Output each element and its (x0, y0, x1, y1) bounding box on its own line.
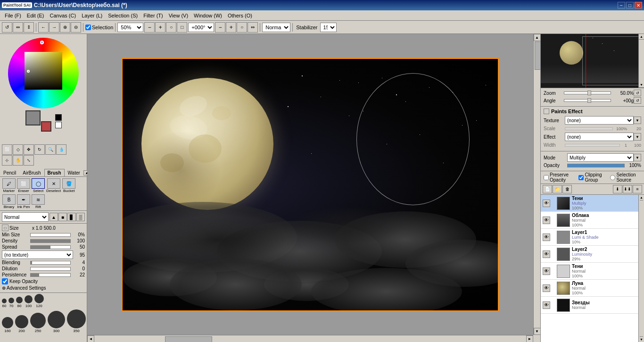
persistence-bar[interactable] (30, 273, 71, 277)
layer-item-teni-active[interactable]: 👁 Тени Multiply 100% (541, 195, 638, 212)
spread-bar[interactable] (30, 245, 71, 249)
painting-canvas[interactable] (122, 58, 499, 311)
min-size-bar[interactable] (30, 233, 71, 237)
preset-100[interactable]: 100 (25, 295, 33, 308)
maximize-button[interactable]: □ (626, 2, 634, 8)
blend-btn-3[interactable]: ▊ (67, 213, 76, 221)
menu-selection[interactable]: Selection (S) (105, 12, 140, 19)
angle-flip-btn[interactable]: ⇔ (248, 22, 258, 33)
layer-new-btn[interactable]: 📄 (543, 185, 552, 193)
preserve-opacity-checkbox[interactable] (544, 175, 549, 180)
menu-window[interactable]: Window (W) (191, 12, 225, 19)
toolbar-zoom-out-btn[interactable]: ⊖ (71, 22, 81, 33)
layer-new-folder-btn[interactable]: 📁 (553, 185, 562, 193)
scroll-v-thumb[interactable] (535, 42, 541, 70)
effect-arrow-btn[interactable]: ▼ (634, 133, 641, 141)
secondary-color-swatch[interactable] (41, 121, 51, 132)
nav-scroll-up[interactable]: ▲ (639, 34, 644, 40)
layer-scroll-up[interactable]: ▲ (640, 195, 643, 200)
primary-color-swatch[interactable] (25, 110, 41, 125)
blend-btn-2[interactable]: ■ (58, 213, 67, 221)
blending-bar[interactable] (30, 261, 71, 265)
angle-slider[interactable] (564, 99, 611, 102)
layer-eye-teni[interactable]: 👁 (543, 200, 550, 207)
layer-flatten-btn[interactable]: ⬇⬇ (623, 185, 632, 193)
effect-pe-select[interactable]: (none) (565, 133, 634, 141)
black-swatch[interactable] (55, 114, 62, 121)
zoom-reset-btn[interactable]: ○ (166, 22, 176, 33)
layer-item-layer2[interactable]: 👁 Layer2 Luminosity 29% (541, 246, 638, 263)
preset-70[interactable]: 70 (8, 298, 14, 308)
scroll-h-right[interactable]: ► (526, 335, 533, 342)
preset-350[interactable]: 350 (67, 309, 86, 333)
menu-filter[interactable]: Filter (T) (140, 12, 166, 19)
density-bar[interactable] (30, 239, 71, 243)
texture-select[interactable]: (no texture) (2, 250, 73, 259)
layer-eye-layer1[interactable]: 👁 (543, 234, 550, 241)
layer-item-luna[interactable]: 👁 Луна Normal 100% (541, 280, 638, 297)
scale-pe-slider[interactable] (565, 127, 613, 130)
brush-tab-airbrush[interactable]: AirBrush (19, 169, 44, 176)
layer-item-oblaka[interactable]: 👁 Облака Normal 100% (541, 212, 638, 229)
angle-reset-btn[interactable]: ↺ (634, 97, 641, 104)
angle-reset-btn[interactable]: ○ (237, 22, 247, 33)
selection-source-label[interactable]: Selection Source (610, 172, 641, 183)
color-gradient-box[interactable] (25, 52, 62, 90)
toolbar-flip-h-btn[interactable]: ⇔ (13, 22, 23, 33)
preset-250[interactable]: 250 (30, 313, 46, 333)
minimize-button[interactable]: − (618, 2, 625, 8)
layer-more-btn[interactable]: ≡ (633, 185, 642, 193)
opacity-bar[interactable] (567, 164, 625, 167)
toolbar-normal-select[interactable]: Normal Selection (262, 23, 290, 32)
menu-layer[interactable]: Layer (L) (79, 12, 105, 19)
brush-tool-bucket[interactable]: 🪣 Bucket (62, 178, 76, 193)
preserve-opacity-label[interactable]: Preserve Opacity (544, 172, 575, 183)
layer-item-teni2[interactable]: 👁 Тени Normal 100% (541, 263, 638, 280)
canvas-scrollbar-h[interactable]: ◄ ► (87, 335, 533, 342)
scroll-h-thumb[interactable] (165, 336, 212, 342)
menu-others[interactable]: Others (O) (225, 12, 255, 19)
mode-select[interactable]: Multiply Normal Screen (567, 153, 634, 162)
scroll-v-up[interactable]: ▲ (534, 34, 541, 41)
white-swatch[interactable] (55, 122, 62, 128)
layer-eye-luna[interactable]: 👁 (543, 284, 550, 292)
toolbar-rotate-btn[interactable]: ↺ (2, 22, 12, 33)
brush-tool-rift[interactable]: ≋ Rift (31, 194, 45, 209)
zoom-fit-btn[interactable]: □ (177, 22, 187, 33)
toolbar-undo-btn[interactable]: ← (38, 22, 49, 33)
preset-80[interactable]: 80 (16, 297, 23, 308)
layer-scroll-down[interactable]: ▼ (640, 336, 643, 342)
texture-arrow-btn[interactable]: ▼ (634, 117, 641, 124)
scroll-h-left[interactable]: ◄ (87, 335, 94, 342)
layer-item-zvezdy[interactable]: 👁 Звезды Normal (541, 297, 638, 314)
clipping-group-checkbox[interactable] (578, 175, 584, 180)
layer-eye-teni2[interactable]: 👁 (543, 267, 550, 275)
preset-120[interactable]: 120 (34, 294, 44, 308)
zoom-reset-btn[interactable]: ↺ (634, 90, 641, 96)
brush-tool-deselect[interactable]: ✕ Deselect (46, 178, 61, 193)
tool-move[interactable]: ✥ (24, 144, 34, 155)
nav-scroll-down[interactable]: ▼ (639, 82, 644, 88)
brush-tab-water[interactable]: Water (65, 169, 83, 176)
angle-minus-btn[interactable]: − (215, 22, 225, 33)
toolbar-zoom-select[interactable]: 50% 100% 25% (117, 23, 143, 32)
menu-file[interactable]: File (F) (2, 12, 24, 19)
color-wheel-container[interactable] (8, 38, 79, 108)
width-pe-slider[interactable] (565, 144, 620, 147)
toolbar-angle-select[interactable]: +000° (188, 23, 214, 32)
selection-checkbox[interactable] (85, 25, 91, 30)
zoom-slider[interactable] (564, 92, 611, 94)
zoom-plus-btn[interactable]: + (155, 22, 165, 33)
tool-eyedropper[interactable]: 💧 (56, 144, 66, 155)
texture-pe-select[interactable]: (none) (565, 116, 634, 125)
toolbar-zoom-in-btn[interactable]: ⊕ (60, 22, 70, 33)
toolbar-redo-btn[interactable]: → (49, 22, 59, 33)
tool-pan[interactable]: ✋ (13, 155, 23, 166)
canvas-area[interactable]: ◄ ► ▲ ▼ (87, 34, 540, 342)
zoom-minus-btn[interactable]: − (144, 22, 155, 33)
layer-eye-oblaka[interactable]: 👁 (543, 217, 550, 224)
menu-edit[interactable]: Edit (E) (24, 12, 47, 19)
angle-plus-btn[interactable]: + (226, 22, 236, 33)
menu-view[interactable]: View (V) (166, 12, 191, 19)
scroll-v-down[interactable]: ▼ (534, 328, 541, 335)
